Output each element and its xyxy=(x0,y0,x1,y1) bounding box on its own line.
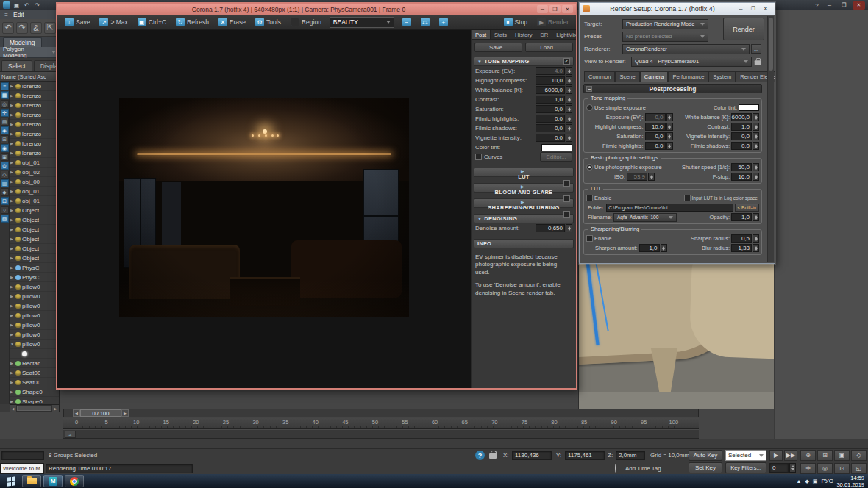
shutter-speed-field[interactable]: 50,0 xyxy=(731,163,759,171)
opacity-value[interactable]: 1,0 xyxy=(731,213,752,221)
previous-frame-button[interactable] xyxy=(73,409,80,417)
number-field[interactable]: 0,0 xyxy=(731,132,759,140)
number-field[interactable]: 0,0 xyxy=(536,105,572,113)
zoom-extents-icon[interactable] xyxy=(834,450,850,461)
maxscript-mini-listener[interactable]: Welcome to M xyxy=(0,463,44,474)
expand-arrow-icon[interactable]: ▶ xyxy=(10,246,15,251)
scroll-left-button[interactable] xyxy=(10,405,16,412)
expand-arrow-icon[interactable]: ▶ xyxy=(10,179,15,184)
spinner[interactable] xyxy=(753,173,759,181)
language-indicator[interactable]: РУС xyxy=(821,478,833,484)
zoom-tool-button[interactable] xyxy=(435,16,452,29)
expand-arrow-icon[interactable]: ▶ xyxy=(10,218,15,222)
add-time-tag[interactable]: Add Time Tag xyxy=(625,465,661,472)
explorer-row[interactable]: ▶ Shape0 xyxy=(10,397,59,404)
vfb-toolbar-button[interactable]: Region xyxy=(286,16,326,29)
field-value[interactable]: 0,0 xyxy=(645,113,666,121)
field-value[interactable]: 0,0 xyxy=(731,132,752,140)
spinner[interactable] xyxy=(566,76,572,85)
field-value[interactable]: 0,0 xyxy=(536,115,565,123)
lut-enable-checkbox[interactable] xyxy=(586,195,593,201)
explorer-column-header[interactable]: Name (Sorted Asc xyxy=(0,72,59,82)
spinner[interactable] xyxy=(753,163,759,171)
render-button[interactable]: Render xyxy=(723,18,764,40)
key-filters-button[interactable]: Key Filters... xyxy=(725,462,766,473)
vfb-titlebar[interactable]: Corona 1.7 (hotfix 4) | 640×480px (1:1) … xyxy=(57,4,576,15)
explorer-row[interactable]: ▶ obj_02 xyxy=(10,168,59,177)
photographic-exposure-radio[interactable] xyxy=(586,164,593,171)
vfb-tab[interactable]: DR xyxy=(536,30,552,39)
explorer-row[interactable]: ▼ pillow0 xyxy=(10,340,59,349)
spinner[interactable] xyxy=(753,132,759,140)
maximize-viewport-icon[interactable] xyxy=(851,463,867,474)
explorer-tool-icon[interactable]: ▣ xyxy=(1,153,9,161)
spinner[interactable] xyxy=(753,213,759,221)
explorer-tool-icon[interactable]: ⊞ xyxy=(1,135,9,143)
field-value[interactable]: 0,0 xyxy=(536,105,565,113)
rollout-postprocessing[interactable]: Postprocessing xyxy=(583,84,762,93)
explorer-row[interactable]: ▶ Object xyxy=(10,254,59,263)
render-setup-tab[interactable]: Scene xyxy=(615,71,639,82)
number-field[interactable]: 0,0 xyxy=(645,113,673,121)
explorer-row[interactable]: ▶ lorenzo xyxy=(10,120,59,129)
expand-arrow-icon[interactable]: ▶ xyxy=(10,93,15,98)
expand-arrow-icon[interactable]: ▶ xyxy=(10,323,15,327)
expand-arrow-icon[interactable]: ▶ xyxy=(10,189,15,193)
number-field[interactable]: 0,0 xyxy=(645,132,673,140)
number-field[interactable]: 10,0 xyxy=(536,76,572,85)
taskbar-chrome-button[interactable] xyxy=(65,475,84,487)
select-object-icon[interactable] xyxy=(44,22,56,34)
zoom-icon[interactable] xyxy=(800,450,816,461)
bloom-checkbox[interactable] xyxy=(563,195,570,202)
scrollbar-thumb[interactable] xyxy=(17,406,51,411)
redo-icon[interactable] xyxy=(16,22,28,34)
save-icon[interactable] xyxy=(13,1,21,10)
lock-view-icon[interactable] xyxy=(755,57,761,65)
minimize-button[interactable]: ─ xyxy=(823,1,836,10)
explorer-row[interactable]: ▶ Object xyxy=(10,244,59,254)
expand-arrow-icon[interactable]: ▼ xyxy=(10,342,15,346)
undo-icon[interactable] xyxy=(2,22,14,34)
scroll-right-button[interactable] xyxy=(52,405,59,412)
view-to-render-dropdown[interactable]: Quad 4 - PhysCamera001 xyxy=(631,57,752,67)
spinner[interactable] xyxy=(566,86,572,94)
number-field[interactable]: 0,650 xyxy=(536,224,572,232)
minimize-button[interactable]: ─ xyxy=(537,5,548,13)
field-value[interactable]: 0,0 xyxy=(645,132,666,140)
explorer-row[interactable]: ▶ pillow0 xyxy=(10,320,59,330)
pan-icon[interactable] xyxy=(800,463,816,474)
vfb-toolbar-button[interactable]: > Max xyxy=(95,16,132,29)
current-frame-label[interactable]: 0 / 100 xyxy=(80,409,121,417)
curves-editor-button[interactable]: Editor... xyxy=(540,152,572,162)
x-coordinate-field[interactable]: 1130,436 xyxy=(512,451,552,460)
explorer-tool-icon[interactable]: ▧ xyxy=(1,215,9,223)
render-setup-tab[interactable]: Common xyxy=(584,71,615,82)
zoom-tool-button[interactable] xyxy=(416,16,434,29)
explorer-tool-icon[interactable]: ◆ xyxy=(1,188,9,196)
number-field[interactable]: 6000,0 xyxy=(731,113,759,121)
spinner[interactable] xyxy=(753,142,759,150)
frame-spinner[interactable] xyxy=(789,463,796,473)
spinner[interactable] xyxy=(566,224,572,232)
render-canvas[interactable] xyxy=(57,30,472,388)
expand-arrow-icon[interactable]: ▶ xyxy=(10,294,15,298)
workspace-icon[interactable] xyxy=(2,11,10,19)
explorer-tool-icon[interactable]: ⊙ xyxy=(1,162,9,170)
field-value[interactable]: 6000,0 xyxy=(731,113,752,121)
3dsmax-app-logo[interactable] xyxy=(3,1,10,9)
vfb-toolbar-button[interactable]: Tools xyxy=(251,16,285,29)
blur-radius-field[interactable]: 1,33 xyxy=(731,244,759,252)
scrollbar-thumb[interactable] xyxy=(769,18,773,71)
taskbar-3dsmax-button[interactable] xyxy=(43,475,63,487)
tray-show-hidden-icon[interactable] xyxy=(796,478,801,484)
maximize-button[interactable]: ❐ xyxy=(838,1,850,10)
field-value[interactable]: 0,0 xyxy=(536,134,565,142)
explorer-row[interactable]: ▶ pillow0 xyxy=(10,301,59,311)
color-tint-swatch[interactable] xyxy=(739,104,759,111)
link-icon[interactable] xyxy=(30,22,42,34)
mini-curve-editor-button[interactable] xyxy=(65,431,76,438)
explorer-row[interactable]: ▶ lorenzo xyxy=(10,148,59,158)
section-denoising[interactable]: DENOISING xyxy=(474,214,574,223)
start-render-button[interactable]: Render xyxy=(533,16,573,29)
explorer-tool-icon[interactable]: ◎ xyxy=(1,100,9,108)
